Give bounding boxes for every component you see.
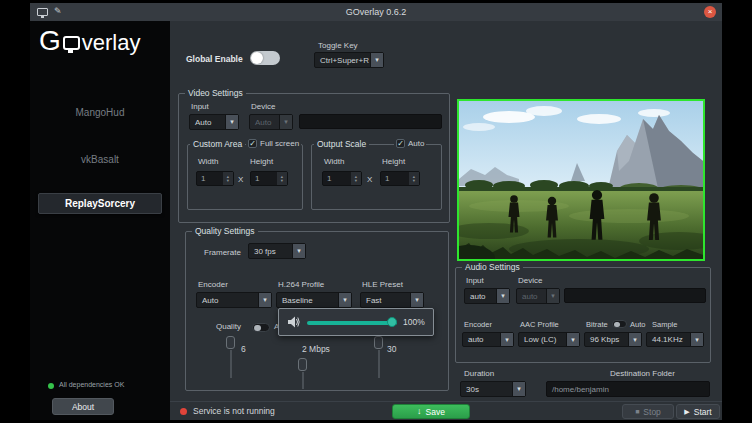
toggle-knob xyxy=(614,322,620,328)
duration-select[interactable]: 30s ▾ xyxy=(460,381,526,397)
sidebar-item-replaysorcery[interactable]: ReplaySorcery xyxy=(38,193,162,214)
hle-preset-label: HLE Preset xyxy=(362,280,403,289)
sidebar: G verlay MangoHud vkBasalt ReplaySorcery… xyxy=(30,21,170,420)
bitrate-select[interactable]: 96 Kbps ▾ xyxy=(584,332,642,347)
h264-profile-label: H.264 Profile xyxy=(278,280,324,289)
chevron-down-icon: ▾ xyxy=(512,382,525,396)
chevron-down-icon: ▾ xyxy=(690,333,703,346)
audio-device-field[interactable] xyxy=(564,288,706,303)
dependencies-status: All dependencies OK xyxy=(59,381,124,388)
custom-area-width-spinbox[interactable]: 1 ▴▾ xyxy=(196,171,234,186)
game-preview-image xyxy=(457,99,705,261)
sidebar-item-vkbasalt[interactable]: vkBasalt xyxy=(30,154,170,165)
encoder-select[interactable]: Auto ▾ xyxy=(196,292,272,308)
close-icon[interactable]: × xyxy=(704,6,716,18)
chevron-down-icon: ▾ xyxy=(225,115,238,129)
output-scale-height-label: Height xyxy=(382,157,405,166)
audio-device-label: Device xyxy=(518,276,542,285)
volume-popup: 100% xyxy=(278,308,434,336)
video-device-label: Device xyxy=(251,102,275,111)
service-status-dot xyxy=(180,408,187,415)
play-icon: ▶ xyxy=(684,408,689,416)
output-scale-width-spinbox[interactable]: 1 ▴▾ xyxy=(322,171,362,186)
about-button[interactable]: About xyxy=(52,398,114,415)
hle-preset-select[interactable]: Fast ▾ xyxy=(360,292,424,308)
logo-text-rest: verlay xyxy=(82,30,141,56)
h264-profile-select[interactable]: Baseline ▾ xyxy=(276,292,352,308)
chevron-down-icon: ▾ xyxy=(292,244,305,258)
custom-area-width-label: Width xyxy=(198,157,218,166)
sample-select[interactable]: 44.1KHz ▾ xyxy=(646,332,704,347)
video-input-select[interactable]: Auto ▾ xyxy=(189,114,239,130)
main-panel: Global Enable Toggle Key Ctrl+Super+R ▾ … xyxy=(170,21,722,420)
bitrate-auto-toggle[interactable] xyxy=(612,320,627,328)
toggle-key-select[interactable]: Ctrl+Super+R ▾ xyxy=(314,52,384,68)
video-input-label: Input xyxy=(191,102,209,111)
output-scale-auto-checkbox[interactable]: ✓ Auto xyxy=(394,138,426,149)
chevron-down-icon: ▾ xyxy=(370,53,383,67)
aac-profile-select[interactable]: Low (LC) ▾ xyxy=(518,332,580,347)
global-enable-label: Global Enable xyxy=(186,54,243,64)
spin-arrows-icon: ▴▾ xyxy=(409,172,419,185)
output-scale-group: Output Scale ✓ Auto Width Height 1 ▴▾ X … xyxy=(311,144,442,210)
video-settings-title: Video Settings xyxy=(185,88,246,98)
volume-slider-handle[interactable] xyxy=(387,317,397,327)
slider-groove xyxy=(378,350,380,378)
volume-percent: 100% xyxy=(403,317,425,327)
spin-arrows-icon: ▴▾ xyxy=(277,172,287,185)
toggle-knob xyxy=(254,325,261,332)
audio-encoder-select[interactable]: auto ▾ xyxy=(462,332,514,347)
audio-input-select[interactable]: auto ▾ xyxy=(464,288,510,304)
quality-min-slider-handle[interactable] xyxy=(226,336,235,349)
quality-settings-title: Quality Settings xyxy=(192,226,258,236)
bitrate-value: 2 Mbps xyxy=(302,344,330,354)
spin-arrows-icon: ▴▾ xyxy=(351,172,361,185)
chevron-down-icon: ▾ xyxy=(258,293,271,307)
custom-area-group: Custom Area ✓ Full screen Width Height 1… xyxy=(187,144,303,210)
chevron-down-icon: ▾ xyxy=(628,333,641,346)
stop-button[interactable]: ■ Stop xyxy=(622,404,674,419)
output-scale-height-spinbox[interactable]: 1 ▴▾ xyxy=(380,171,420,186)
chevron-down-icon: ▾ xyxy=(500,333,513,346)
sidebar-item-mangohud[interactable]: MangoHud xyxy=(30,107,170,118)
video-device-field[interactable] xyxy=(299,114,442,129)
custom-area-height-label: Height xyxy=(250,157,273,166)
destination-folder-field[interactable]: /home/benjamin xyxy=(546,381,710,397)
audio-encoder-label: Encoder xyxy=(464,320,492,329)
chevron-down-icon: ▾ xyxy=(410,293,423,307)
download-icon: ↓ xyxy=(417,407,422,416)
app-logo: G verlay xyxy=(39,25,140,57)
slider-groove xyxy=(302,372,304,389)
app-window: ✎ GOverlay 0.6.2 × G verlay MangoHud vkB… xyxy=(30,3,722,420)
footer-bar: Service is not running ↓ Save ■ Stop ▶ S… xyxy=(170,401,722,420)
quality-label: Quality xyxy=(216,322,241,331)
quality-max-slider-handle[interactable] xyxy=(374,336,383,349)
volume-slider-track[interactable] xyxy=(307,321,397,325)
toggle-key-label: Toggle Key xyxy=(318,41,358,50)
quality-settings-group: Quality Settings Framerate 30 fps ▾ Enco… xyxy=(185,231,449,391)
dependencies-ok-dot xyxy=(48,383,54,389)
bitrate-slider-handle[interactable] xyxy=(298,358,307,371)
start-button[interactable]: ▶ Start xyxy=(676,404,720,419)
custom-area-title: Custom Area xyxy=(190,139,245,149)
chevron-down-icon: ▾ xyxy=(496,289,509,303)
chevron-down-icon: ▾ xyxy=(338,293,351,307)
stop-icon: ■ xyxy=(635,408,639,415)
custom-area-height-spinbox[interactable]: 1 ▴▾ xyxy=(250,171,288,186)
framerate-label: Framerate xyxy=(204,248,241,257)
video-device-select[interactable]: Auto ▾ xyxy=(249,114,293,130)
quality-max-value: 30 xyxy=(387,344,396,354)
audio-device-select[interactable]: auto ▾ xyxy=(516,288,560,304)
dimension-x-separator: X xyxy=(238,175,243,184)
fullscreen-checkbox[interactable]: ✓ Full screen xyxy=(246,138,301,149)
audio-settings-title: Audio Settings xyxy=(462,262,523,272)
global-enable-toggle[interactable] xyxy=(250,51,280,65)
save-button[interactable]: ↓ Save xyxy=(392,404,470,419)
checkbox-icon: ✓ xyxy=(248,139,257,148)
logo-monitor-icon xyxy=(63,36,80,50)
chevron-down-icon: ▾ xyxy=(566,333,579,346)
audio-input-label: Input xyxy=(466,276,484,285)
framerate-select[interactable]: 30 fps ▾ xyxy=(248,243,306,259)
quality-auto-toggle[interactable] xyxy=(252,323,270,332)
video-settings-group: Video Settings Input Auto ▾ Device Auto … xyxy=(178,93,450,223)
